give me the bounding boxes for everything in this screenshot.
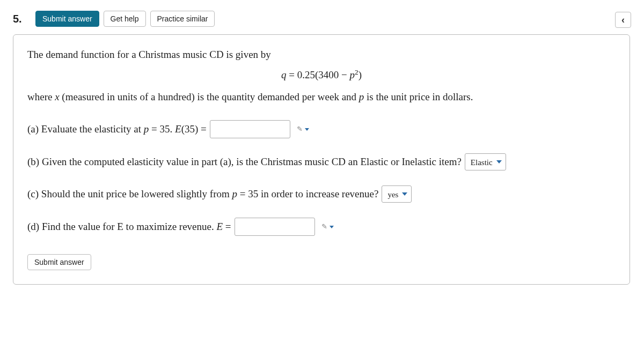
part-a-text: (a) Evaluate the elasticity at p = 35. E… [27,121,207,137]
get-help-button[interactable]: Get help [104,11,146,27]
chevron-down-icon [305,128,309,131]
part-b-select[interactable]: Elastic [465,153,506,170]
pencil-icon: ✎ [321,221,327,233]
part-a: (a) Evaluate the elasticity at p = 35. E… [27,120,616,138]
part-b-text: (b) Given the computed elasticity value … [27,154,462,170]
submit-answer-button-bottom[interactable]: Submit answer [27,254,91,270]
chevron-down-icon [330,226,334,228]
part-a-input[interactable] [210,120,290,138]
question-number: 5. [13,13,28,25]
part-c-select[interactable]: yes [382,185,412,203]
part-d: (d) Find the value for E to maximize rev… [27,218,616,236]
part-d-input[interactable] [235,218,315,236]
equation: q = 0.25(3400 − p2) [27,68,616,81]
practice-similar-button[interactable]: Practice similar [150,11,215,27]
chevron-left-icon: ‹ [621,14,625,26]
equation-editor-button-a[interactable]: ✎ [297,124,309,135]
collapse-button[interactable]: ‹ [615,12,631,28]
equation-editor-button-d[interactable]: ✎ [321,221,334,233]
where-text: where x (measured in units of a hundred)… [27,89,616,105]
part-d-text: (d) Find the value for E to maximize rev… [27,219,231,235]
part-c: (c) Should the unit price be lowered sli… [27,185,616,203]
question-card: The demand function for a Christmas musi… [13,34,630,285]
part-c-text: (c) Should the unit price be lowered sli… [27,186,378,202]
part-b: (b) Given the computed elasticity value … [27,153,616,170]
intro-text: The demand function for a Christmas musi… [27,47,616,63]
pencil-icon: ✎ [297,124,303,135]
submit-answer-button[interactable]: Submit answer [35,11,99,27]
